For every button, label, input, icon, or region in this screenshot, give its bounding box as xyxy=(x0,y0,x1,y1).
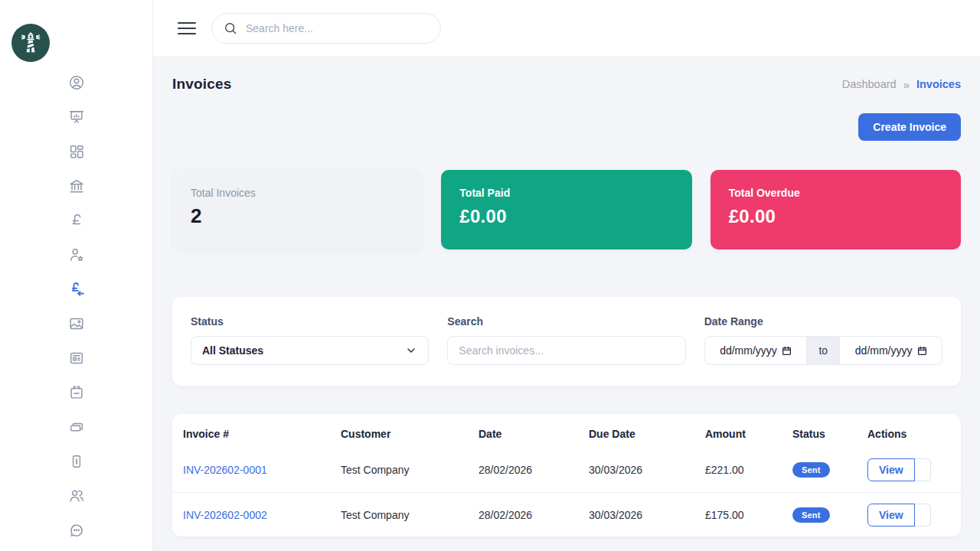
invoice-number-link[interactable]: INV-202602-0002 xyxy=(183,509,341,521)
column-header: Status xyxy=(792,428,867,440)
layout-grid-icon[interactable] xyxy=(67,142,86,161)
column-header: Due Date xyxy=(589,428,705,440)
filter-panel: Status All Statuses Search Date Range dd… xyxy=(172,297,961,386)
date-range-label: Date Range xyxy=(704,315,942,328)
calendar-icon[interactable] xyxy=(67,383,86,402)
calendar-picker-icon[interactable] xyxy=(782,346,792,356)
customer-cell: Test Company xyxy=(341,464,479,476)
view-dropdown-toggle[interactable] xyxy=(915,504,931,527)
due-date-cell: 30/03/2026 xyxy=(589,509,705,521)
column-header: Amount xyxy=(705,428,792,440)
date-range-to-label: to xyxy=(806,337,840,364)
date-to-input[interactable]: dd/mm/yyyy xyxy=(840,337,942,364)
main-content: Invoices Dashboard » Invoices Create Inv… xyxy=(153,57,980,551)
invoice-number-link[interactable]: INV-202602-0001 xyxy=(183,464,341,476)
topbar xyxy=(153,0,980,57)
hamburger-menu-icon[interactable] xyxy=(178,22,196,34)
stat-label: Total Invoices xyxy=(191,187,404,199)
table-row: INV-202602-0001 Test Company 28/02/2026 … xyxy=(172,448,961,492)
status-filter-label: Status xyxy=(191,315,429,328)
table-body: INV-202602-0001 Test Company 28/02/2026 … xyxy=(172,448,961,536)
sidebar xyxy=(0,0,153,551)
user-circle-icon[interactable] xyxy=(67,73,86,92)
column-header: Date xyxy=(479,428,589,440)
stat-value: £0.00 xyxy=(729,206,942,227)
date-to-value: dd/mm/yyyy xyxy=(855,344,913,357)
page-title: Invoices xyxy=(172,76,232,93)
stat-cards: Total Invoices 2 Total Paid £0.00 Total … xyxy=(172,170,961,249)
breadcrumb-separator-icon: » xyxy=(903,78,910,91)
users-icon[interactable] xyxy=(67,487,86,505)
image-icon[interactable] xyxy=(67,315,86,333)
pound-sterling-icon[interactable] xyxy=(67,211,86,230)
phone-menu-icon[interactable] xyxy=(67,452,86,471)
search-filter-label: Search xyxy=(447,315,685,328)
stat-value: 2 xyxy=(191,204,404,228)
invoice-search-input[interactable] xyxy=(447,336,685,365)
status-select-value: All Statuses xyxy=(202,344,263,357)
due-date-cell: 30/03/2026 xyxy=(589,464,705,476)
stat-label: Total Overdue xyxy=(729,187,942,199)
search-icon xyxy=(223,21,238,36)
date-from-input[interactable]: dd/mm/yyyy xyxy=(705,337,807,364)
customer-cell: Test Company xyxy=(341,509,479,521)
total-paid-card: Total Paid £0.00 xyxy=(441,170,691,249)
newspaper-icon[interactable] xyxy=(67,349,86,367)
date-cell: 28/02/2026 xyxy=(479,509,589,521)
cards-icon[interactable] xyxy=(67,418,86,436)
bank-icon[interactable] xyxy=(67,177,86,195)
column-header: Customer xyxy=(341,428,479,440)
calendar-picker-icon[interactable] xyxy=(917,346,927,356)
total-overdue-card: Total Overdue £0.00 xyxy=(710,170,961,249)
chevron-down-icon xyxy=(405,344,417,357)
actions-group: View xyxy=(867,504,931,527)
chat-icon[interactable] xyxy=(67,521,86,540)
status-badge: Sent xyxy=(792,507,830,523)
view-button[interactable]: View xyxy=(867,458,915,481)
global-search[interactable] xyxy=(211,13,441,44)
status-badge: Sent xyxy=(792,462,830,478)
breadcrumb-dashboard[interactable]: Dashboard xyxy=(842,78,897,90)
amount-cell: £175.00 xyxy=(705,509,792,521)
search-input[interactable] xyxy=(246,22,430,34)
amount-cell: £221.00 xyxy=(705,464,792,476)
stat-value: £0.00 xyxy=(459,206,673,227)
view-button[interactable]: View xyxy=(867,504,915,527)
column-header: Actions xyxy=(867,428,961,440)
breadcrumb: Dashboard » Invoices xyxy=(842,78,961,91)
date-cell: 28/02/2026 xyxy=(479,464,589,476)
table-row: INV-202602-0002 Test Company 28/02/2026 … xyxy=(172,492,961,536)
pound-receive-icon[interactable] xyxy=(67,280,86,298)
date-range-group: dd/mm/yyyy to dd/mm/yyyy xyxy=(704,336,942,365)
invoices-table: Invoice # Customer Date Due Date Amount … xyxy=(172,414,961,536)
stat-label: Total Paid xyxy=(459,187,673,199)
status-select[interactable]: All Statuses xyxy=(191,336,429,365)
lighthouse-logo[interactable] xyxy=(11,24,50,62)
breadcrumb-invoices: Invoices xyxy=(916,78,961,90)
column-header: Invoice # xyxy=(183,428,341,440)
actions-group: View xyxy=(867,458,931,481)
total-invoices-card: Total Invoices 2 xyxy=(172,170,423,249)
view-dropdown-toggle[interactable] xyxy=(915,458,931,481)
create-invoice-button[interactable]: Create Invoice xyxy=(858,113,961,141)
date-from-value: dd/mm/yyyy xyxy=(720,344,777,357)
table-header-row: Invoice # Customer Date Due Date Amount … xyxy=(172,414,961,448)
presentation-chart-icon[interactable] xyxy=(67,108,86,126)
user-star-icon[interactable] xyxy=(67,246,86,264)
sidebar-nav xyxy=(0,73,152,540)
